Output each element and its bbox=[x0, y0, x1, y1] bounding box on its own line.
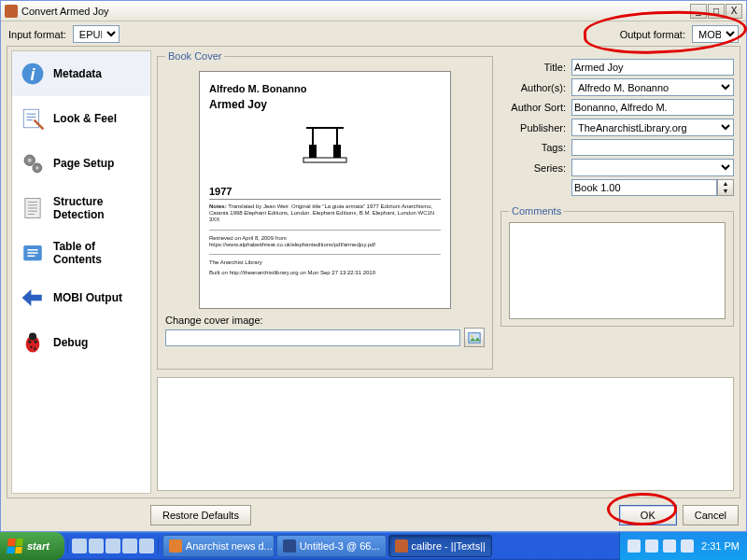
book-number-input[interactable] bbox=[571, 179, 717, 196]
metadata-form: Title: Author(s):Alfredo M. Bonanno Auth… bbox=[500, 56, 734, 327]
sidebar-item-mobi-output[interactable]: MOBI Output bbox=[12, 275, 150, 320]
series-select[interactable] bbox=[571, 159, 734, 176]
taskbar-item[interactable]: Anarchist news d... bbox=[162, 535, 275, 557]
tray-icon[interactable] bbox=[645, 539, 658, 553]
taskbar-item-label: Untitled-3 @ 66... bbox=[300, 540, 380, 552]
comments-legend: Comments bbox=[509, 205, 564, 217]
svg-point-19 bbox=[471, 334, 473, 337]
cover-lib: The Anarchist Library bbox=[209, 259, 441, 266]
system-tray: 2:31 PM bbox=[619, 532, 747, 560]
start-label: start bbox=[27, 540, 49, 552]
cover-title: Armed Joy bbox=[209, 98, 441, 111]
cover-retrieved: Retrieved on April 8, 2009 from https://… bbox=[209, 235, 441, 248]
taskbar-item-active[interactable]: calibre - ||Texts|| bbox=[388, 535, 492, 557]
cover-author: Alfredo M. Bonanno bbox=[209, 83, 441, 94]
app-icon bbox=[5, 5, 18, 18]
sidebar: i Metadata Look & Feel Page Setup bbox=[11, 50, 151, 494]
svg-point-12 bbox=[35, 341, 37, 343]
sidebar-item-look-feel[interactable]: Look & Feel bbox=[12, 96, 150, 141]
svg-point-6 bbox=[35, 166, 38, 169]
quick-launch-icon[interactable] bbox=[72, 539, 87, 553]
title-input[interactable] bbox=[571, 59, 734, 76]
sidebar-item-metadata[interactable]: i Metadata bbox=[12, 51, 150, 96]
browse-cover-button[interactable] bbox=[464, 328, 485, 347]
output-format-label: Output format: bbox=[620, 29, 685, 40]
input-format-label: Input format: bbox=[8, 29, 66, 40]
toc-icon bbox=[20, 240, 46, 266]
svg-rect-18 bbox=[469, 332, 480, 343]
firefox-icon bbox=[169, 539, 182, 553]
cover-year: 1977 bbox=[209, 186, 441, 200]
close-button[interactable]: X bbox=[726, 4, 742, 19]
convert-dialog: Convert Armed Joy _ □ X Input format: EP… bbox=[0, 0, 747, 532]
ok-button[interactable]: OK bbox=[619, 505, 677, 525]
tray-icon[interactable] bbox=[663, 539, 676, 553]
book-cover-group: Book Cover Alfredo M. Bonanno Armed Joy … bbox=[157, 50, 493, 370]
cover-graphic bbox=[209, 126, 441, 169]
arrow-left-icon bbox=[20, 285, 46, 311]
svg-point-4 bbox=[28, 159, 32, 162]
taskbar-item-label: Anarchist news d... bbox=[186, 540, 273, 552]
sidebar-item-label: Metadata bbox=[53, 67, 102, 80]
info-icon: i bbox=[20, 61, 46, 87]
quick-launch bbox=[67, 539, 159, 553]
taskbar-item[interactable]: Untitled-3 @ 66... bbox=[276, 535, 387, 557]
authorsort-input[interactable] bbox=[571, 99, 734, 116]
quick-launch-icon[interactable] bbox=[139, 539, 154, 553]
lookfeel-icon bbox=[20, 105, 46, 132]
cover-preview: Alfredo M. Bonanno Armed Joy 1977 Notes:… bbox=[199, 71, 451, 309]
cover-built: Built on http://theanarchistlibrary.org … bbox=[209, 270, 441, 276]
book-number-spinner[interactable]: ▲▼ bbox=[717, 179, 734, 196]
quick-launch-icon[interactable] bbox=[106, 539, 120, 553]
sidebar-item-label: Structure Detection bbox=[53, 195, 143, 221]
taskbar-clock: 2:31 PM bbox=[701, 540, 740, 552]
sidebar-item-structure-detection[interactable]: Structure Detection bbox=[12, 186, 150, 231]
publisher-label: Publisher: bbox=[500, 122, 566, 133]
sidebar-item-label: Debug bbox=[53, 336, 88, 349]
taskbar-item-label: calibre - ||Texts|| bbox=[412, 540, 486, 552]
photoshop-icon bbox=[283, 539, 296, 553]
format-row: Input format: EPUB Output format: MOBI bbox=[1, 21, 746, 47]
content-area: i Metadata Look & Feel Page Setup bbox=[7, 46, 740, 498]
authors-select[interactable]: Alfredo M. Bonanno bbox=[571, 78, 734, 96]
structure-icon bbox=[20, 195, 46, 221]
comments-textarea[interactable] bbox=[509, 222, 726, 319]
sidebar-item-debug[interactable]: Debug bbox=[12, 320, 150, 365]
authorsort-label: Author Sort: bbox=[500, 102, 566, 113]
bug-icon bbox=[20, 329, 46, 356]
tags-input[interactable] bbox=[571, 139, 734, 156]
svg-rect-17 bbox=[303, 158, 346, 162]
cancel-button[interactable]: Cancel bbox=[683, 505, 739, 525]
right-panel: Book Cover Alfredo M. Bonanno Armed Joy … bbox=[157, 50, 736, 494]
start-button[interactable]: start bbox=[0, 532, 64, 560]
tags-label: Tags: bbox=[500, 142, 566, 153]
tray-icon[interactable] bbox=[627, 539, 641, 553]
cover-notes: Notes: Translated by Jean Weir. Original… bbox=[209, 203, 441, 224]
sidebar-item-page-setup[interactable]: Page Setup bbox=[12, 141, 150, 186]
quick-launch-icon[interactable] bbox=[89, 539, 104, 553]
sidebar-item-label: Page Setup bbox=[53, 157, 114, 170]
tray-icon[interactable] bbox=[681, 539, 694, 553]
publisher-select[interactable]: TheAnarchistLibrary.org bbox=[571, 119, 734, 136]
svg-rect-15 bbox=[309, 145, 317, 158]
quick-launch-icon[interactable] bbox=[122, 539, 137, 553]
gears-icon bbox=[20, 150, 46, 176]
change-cover-input[interactable] bbox=[165, 329, 460, 346]
svg-rect-16 bbox=[333, 145, 341, 158]
maximize-button[interactable]: □ bbox=[708, 4, 725, 19]
sidebar-item-toc[interactable]: Table of Contents bbox=[12, 231, 150, 275]
taskbar: start Anarchist news d... Untitled-3 @ 6… bbox=[0, 532, 747, 560]
lower-panel bbox=[157, 377, 734, 491]
titlebar: Convert Armed Joy _ □ X bbox=[1, 1, 746, 21]
series-label: Series: bbox=[500, 162, 566, 174]
svg-point-11 bbox=[28, 341, 31, 343]
svg-point-14 bbox=[34, 347, 35, 349]
dialog-button-row: Restore Defaults OK Cancel bbox=[150, 505, 739, 525]
sidebar-item-label: Table of Contents bbox=[53, 240, 143, 266]
output-format-select[interactable]: MOBI bbox=[692, 25, 739, 43]
minimize-button[interactable]: _ bbox=[690, 4, 707, 19]
window-title: Convert Armed Joy bbox=[21, 6, 686, 17]
svg-rect-2 bbox=[23, 109, 38, 128]
restore-defaults-button[interactable]: Restore Defaults bbox=[150, 505, 251, 525]
input-format-select[interactable]: EPUB bbox=[73, 25, 120, 43]
